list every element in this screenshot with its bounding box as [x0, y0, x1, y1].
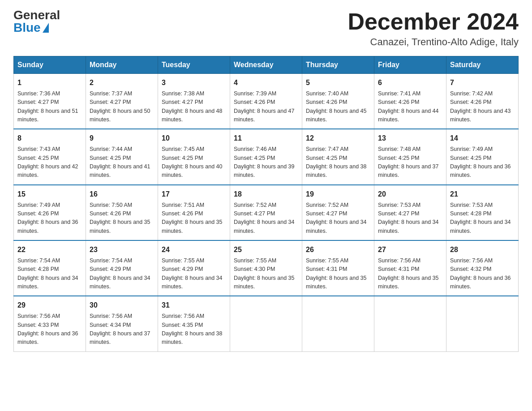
table-row: 24Sunrise: 7:55 AMSunset: 4:29 PMDayligh… — [158, 240, 230, 296]
sunrise-text: Sunrise: 7:43 AM — [17, 146, 60, 152]
table-row: 27Sunrise: 7:56 AMSunset: 4:31 PMDayligh… — [374, 240, 446, 296]
sunrise-text: Sunrise: 7:55 AM — [234, 257, 276, 264]
calendar-week-3: 15Sunrise: 7:49 AMSunset: 4:26 PMDayligh… — [14, 185, 519, 240]
daylight-text: Daylight: 8 hours and 36 minutes. — [17, 330, 78, 345]
col-wednesday: Wednesday — [230, 56, 302, 74]
sunset-text: Sunset: 4:27 PM — [306, 210, 347, 217]
table-row: 13Sunrise: 7:48 AMSunset: 4:25 PMDayligh… — [374, 129, 446, 184]
table-row: 5Sunrise: 7:40 AMSunset: 4:26 PMDaylight… — [302, 74, 374, 129]
day-number: 10 — [162, 133, 226, 144]
location-subtitle: Canazei, Trentino-Alto Adige, Italy — [348, 36, 519, 48]
daylight-text: Daylight: 8 hours and 35 minutes. — [90, 219, 150, 234]
sunset-text: Sunset: 4:25 PM — [17, 155, 59, 161]
sunset-text: Sunset: 4:26 PM — [306, 99, 347, 105]
daylight-text: Daylight: 8 hours and 34 minutes. — [306, 219, 367, 234]
sunset-text: Sunset: 4:31 PM — [306, 266, 347, 272]
sunset-text: Sunset: 4:27 PM — [234, 210, 275, 217]
sunset-text: Sunset: 4:27 PM — [162, 99, 203, 105]
calendar-week-1: 1Sunrise: 7:36 AMSunset: 4:27 PMDaylight… — [14, 74, 519, 129]
table-row: 6Sunrise: 7:41 AMSunset: 4:26 PMDaylight… — [374, 74, 446, 129]
sunrise-text: Sunrise: 7:45 AM — [162, 146, 204, 152]
calendar-week-5: 29Sunrise: 7:56 AMSunset: 4:33 PMDayligh… — [14, 296, 519, 351]
table-row — [302, 296, 374, 351]
table-row: 19Sunrise: 7:52 AMSunset: 4:27 PMDayligh… — [302, 185, 374, 240]
table-row: 25Sunrise: 7:55 AMSunset: 4:30 PMDayligh… — [230, 240, 302, 296]
day-number: 31 — [162, 300, 226, 311]
col-sunday: Sunday — [14, 56, 86, 74]
sunset-text: Sunset: 4:27 PM — [90, 99, 131, 105]
sunrise-text: Sunrise: 7:39 AM — [234, 90, 276, 97]
sunrise-text: Sunrise: 7:54 AM — [17, 257, 60, 264]
day-number: 4 — [234, 77, 298, 89]
table-row — [230, 296, 302, 351]
table-row: 16Sunrise: 7:50 AMSunset: 4:26 PMDayligh… — [86, 185, 158, 240]
daylight-text: Daylight: 8 hours and 35 minutes. — [306, 275, 367, 290]
sunset-text: Sunset: 4:29 PM — [90, 266, 131, 272]
table-row: 9Sunrise: 7:44 AMSunset: 4:25 PMDaylight… — [86, 129, 158, 184]
day-number: 24 — [162, 244, 226, 256]
table-row: 1Sunrise: 7:36 AMSunset: 4:27 PMDaylight… — [14, 74, 86, 129]
sunrise-text: Sunrise: 7:55 AM — [306, 257, 348, 264]
sunrise-text: Sunrise: 7:44 AM — [90, 146, 132, 152]
sunset-text: Sunset: 4:26 PM — [162, 210, 203, 217]
sunset-text: Sunset: 4:31 PM — [378, 266, 419, 272]
col-saturday: Saturday — [446, 56, 519, 74]
daylight-text: Daylight: 8 hours and 34 minutes. — [17, 275, 78, 290]
sunrise-text: Sunrise: 7:52 AM — [306, 202, 348, 208]
table-row: 14Sunrise: 7:49 AMSunset: 4:25 PMDayligh… — [446, 129, 519, 184]
sunrise-text: Sunrise: 7:55 AM — [162, 257, 204, 264]
sunset-text: Sunset: 4:25 PM — [450, 155, 491, 161]
daylight-text: Daylight: 8 hours and 36 minutes. — [17, 219, 78, 234]
table-row: 8Sunrise: 7:43 AMSunset: 4:25 PMDaylight… — [14, 129, 86, 184]
table-row: 10Sunrise: 7:45 AMSunset: 4:25 PMDayligh… — [158, 129, 230, 184]
sunrise-text: Sunrise: 7:53 AM — [378, 202, 420, 208]
sunrise-text: Sunrise: 7:56 AM — [378, 257, 420, 264]
sunset-text: Sunset: 4:26 PM — [378, 99, 419, 105]
sunset-text: Sunset: 4:25 PM — [162, 155, 203, 161]
day-number: 14 — [450, 133, 515, 144]
calendar-table: Sunday Monday Tuesday Wednesday Thursday… — [13, 56, 519, 351]
calendar-week-2: 8Sunrise: 7:43 AMSunset: 4:25 PMDaylight… — [14, 129, 519, 184]
day-number: 20 — [378, 189, 442, 200]
table-row: 11Sunrise: 7:46 AMSunset: 4:25 PMDayligh… — [230, 129, 302, 184]
day-number: 23 — [90, 244, 154, 256]
day-number: 15 — [17, 189, 82, 200]
daylight-text: Daylight: 8 hours and 37 minutes. — [90, 330, 150, 345]
sunrise-text: Sunrise: 7:56 AM — [162, 313, 204, 319]
table-row — [374, 296, 446, 351]
day-number: 18 — [234, 189, 298, 200]
daylight-text: Daylight: 8 hours and 40 minutes. — [162, 163, 223, 178]
table-row: 12Sunrise: 7:47 AMSunset: 4:25 PMDayligh… — [302, 129, 374, 184]
sunset-text: Sunset: 4:35 PM — [162, 322, 203, 328]
sunrise-text: Sunrise: 7:50 AM — [90, 202, 132, 208]
table-row: 7Sunrise: 7:42 AMSunset: 4:26 PMDaylight… — [446, 74, 519, 129]
daylight-text: Daylight: 8 hours and 35 minutes. — [234, 275, 295, 290]
day-number: 19 — [306, 189, 370, 200]
day-number: 8 — [17, 133, 82, 144]
day-number: 28 — [450, 244, 515, 256]
col-tuesday: Tuesday — [158, 56, 230, 74]
table-row: 20Sunrise: 7:53 AMSunset: 4:27 PMDayligh… — [374, 185, 446, 240]
sunrise-text: Sunrise: 7:56 AM — [17, 313, 60, 319]
sunset-text: Sunset: 4:28 PM — [17, 266, 59, 272]
day-number: 13 — [378, 133, 442, 144]
day-number: 25 — [234, 244, 298, 256]
header: General Blue December 2024 Canazei, Tren… — [13, 9, 519, 48]
logo: General Blue — [13, 9, 60, 34]
sunset-text: Sunset: 4:26 PM — [450, 99, 491, 105]
table-row: 22Sunrise: 7:54 AMSunset: 4:28 PMDayligh… — [14, 240, 86, 296]
sunset-text: Sunset: 4:25 PM — [234, 155, 275, 161]
title-area: December 2024 Canazei, Trentino-Alto Adi… — [348, 9, 519, 48]
daylight-text: Daylight: 8 hours and 34 minutes. — [162, 275, 223, 290]
day-number: 3 — [162, 77, 226, 89]
table-row: 2Sunrise: 7:37 AMSunset: 4:27 PMDaylight… — [86, 74, 158, 129]
sunset-text: Sunset: 4:28 PM — [450, 210, 491, 217]
table-row: 21Sunrise: 7:53 AMSunset: 4:28 PMDayligh… — [446, 185, 519, 240]
daylight-text: Daylight: 8 hours and 51 minutes. — [17, 108, 78, 123]
sunrise-text: Sunrise: 7:41 AM — [378, 90, 420, 97]
sunrise-text: Sunrise: 7:49 AM — [450, 146, 493, 152]
daylight-text: Daylight: 8 hours and 45 minutes. — [306, 108, 367, 123]
day-number: 5 — [306, 77, 370, 89]
day-number: 9 — [90, 133, 154, 144]
table-row — [446, 296, 519, 351]
